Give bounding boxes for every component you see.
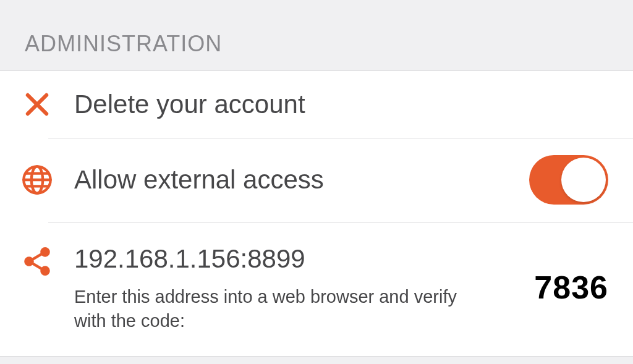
delete-account-row[interactable]: Delete your account <box>0 71 633 138</box>
external-access-row: Allow external access <box>0 138 633 222</box>
share-icon <box>0 244 74 277</box>
verification-code: 7836 <box>534 269 608 306</box>
close-icon <box>0 88 74 121</box>
external-access-toggle[interactable] <box>529 155 608 205</box>
settings-list: Delete your account Allow external acces… <box>0 70 633 357</box>
address-value: 192.168.1.156:8899 <box>74 244 522 274</box>
svg-line-9 <box>32 263 42 269</box>
section-header: ADMINISTRATION <box>0 0 633 70</box>
address-row[interactable]: 192.168.1.156:8899 Enter this address in… <box>0 222 633 356</box>
svg-line-8 <box>32 254 42 260</box>
external-access-label: Allow external access <box>74 165 517 195</box>
address-help-text: Enter this address into a web browser an… <box>74 285 470 333</box>
globe-icon <box>0 164 74 196</box>
delete-account-label: Delete your account <box>74 90 608 119</box>
